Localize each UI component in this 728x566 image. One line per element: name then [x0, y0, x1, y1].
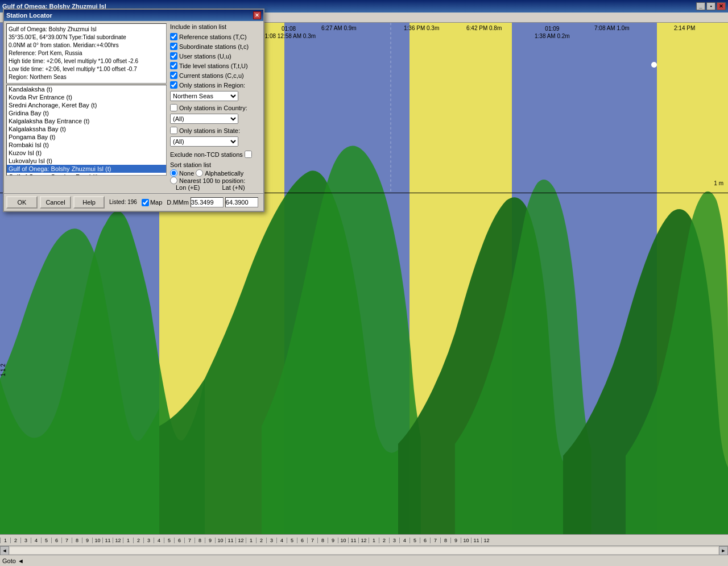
time-label-4: 6:42 PM 0.8m: [466, 25, 502, 31]
goto-label[interactable]: Goto ◄: [2, 557, 24, 564]
sort-none-row: None Alphabetically: [170, 169, 258, 177]
station-item[interactable]: Kuzov Isl (t): [7, 149, 166, 157]
sort-group: Sort station list None Alphabetically Ne…: [170, 161, 258, 191]
dmmm-label: D.MMm: [167, 199, 189, 206]
info-line7: Region: Northern Seas: [9, 73, 164, 81]
only-state-checkbox[interactable]: [170, 127, 177, 134]
sort-alpha-radio[interactable]: [196, 169, 203, 177]
axis-bar: 1 2 3 4 5 6 7 8 9 10 11 12 1 2 3 4 5 6 7…: [0, 534, 728, 546]
country-dropdown-row: (All): [170, 114, 258, 124]
station-list-container: Kandalaksha (t)Kovda Rvr Entrance (t)Sre…: [6, 85, 167, 176]
user-checkbox-row: User stations (U,u): [170, 52, 258, 60]
subordinate-checkbox-row: Subordinate stations (t,c): [170, 43, 258, 50]
dialog-body: Gulf of Omega: Bolshy Zhuzmui Isl 35°35.…: [4, 21, 263, 193]
map-checkbox[interactable]: [142, 199, 149, 206]
exclude-label: Exclude non-TCD stations: [170, 151, 243, 158]
station-item[interactable]: Gulf of Onega: Bolshy Zhuzmui Isl (t): [7, 165, 166, 173]
station-item[interactable]: Pongama Bay (t): [7, 133, 166, 141]
station-item[interactable]: Lukovalyu Isl (t): [7, 157, 166, 165]
only-country-label: Only stations in Country:: [179, 105, 247, 111]
subordinate-label: Subordinate stations (t,c): [179, 43, 249, 50]
listed-box: Listed: 196: [109, 198, 137, 206]
lon-input[interactable]: [191, 197, 224, 207]
state-dropdown[interactable]: (All): [170, 136, 238, 147]
scroll-track[interactable]: [10, 547, 718, 554]
sort-nearest-label: Nearest 100 to position:: [179, 177, 245, 184]
time-label-1: 01:08 01:08 12:58 AM 0.3m: [262, 25, 316, 40]
right-panel: Include in station list Reference statio…: [170, 23, 258, 191]
current-checkbox[interactable]: [170, 72, 177, 79]
sort-nearest-row: Nearest 100 to position:: [170, 177, 258, 184]
info-line2: 35°35.00′E, 64°39.00′N Type:Tidal subord…: [9, 34, 164, 41]
reference-checkbox[interactable]: [170, 33, 177, 40]
sort-alpha-label: Alphabetically: [205, 170, 243, 177]
user-label: User stations (U,u): [179, 53, 231, 60]
only-region-label: Only stations in Region:: [179, 82, 245, 89]
horizontal-scrollbar: ◄ ►: [0, 546, 728, 555]
map-checkbox-row: Map: [142, 199, 162, 206]
axis-numbers: 1 2 3 4 5 6 7 8 9 10 11 12 1 2 3 4 5 6 7…: [0, 538, 728, 543]
info-line1: Gulf of Omega: Bolshy Zhuzmui Isl: [9, 26, 164, 34]
only-state-label: Only stations in State:: [179, 127, 240, 134]
status-bar: Goto ◄: [0, 555, 728, 566]
minimize-button[interactable]: _: [696, 2, 705, 10]
station-item[interactable]: Sredni Anchorage, Keret Bay (t): [7, 101, 166, 109]
only-region-checkbox-row: Only stations in Region:: [170, 81, 258, 89]
station-item[interactable]: Kalgalaksha Bay Entrance (t): [7, 117, 166, 125]
sort-nearest-radio[interactable]: [170, 177, 177, 184]
ok-button[interactable]: OK: [6, 196, 38, 209]
country-dropdown[interactable]: (All): [170, 114, 238, 124]
tide-level-label: Tide level stations (T,t,U): [179, 63, 248, 69]
station-item[interactable]: Kovda Rvr Entrance (t): [7, 93, 166, 101]
left-axis-label: 1 1 2: [0, 364, 6, 376]
exclude-checkbox[interactable]: [245, 151, 252, 158]
tide-level-checkbox[interactable]: [170, 62, 177, 69]
current-time-marker: [651, 62, 657, 68]
dialog-close-button[interactable]: ✕: [253, 11, 261, 19]
subordinate-checkbox[interactable]: [170, 43, 177, 50]
region-dropdown-row: Northern Seas (All): [170, 91, 258, 101]
only-region-checkbox[interactable]: [170, 81, 177, 89]
station-item[interactable]: Kalgalakssha Bay (t): [7, 125, 166, 133]
station-locator-dialog: Station Locator ✕ Gulf of Omega: Bolshy …: [3, 9, 264, 212]
help-button[interactable]: Help: [73, 196, 105, 209]
tide-level-checkbox-row: Tide level stations (T,t,U): [170, 62, 258, 69]
cancel-button[interactable]: Cancel: [40, 196, 71, 209]
info-line4: Reference: Port Kem, Russia: [9, 49, 164, 57]
maximize-button[interactable]: ▪: [706, 2, 715, 10]
dialog-bottom: OK Cancel Help Listed: 196 Map D.MMm: [4, 193, 263, 211]
lat-input[interactable]: [225, 197, 258, 207]
station-item[interactable]: Gulf of Onega: Sorokas Road (t): [7, 173, 166, 175]
station-item[interactable]: Kandalaksha (t): [7, 85, 166, 93]
sort-none-radio[interactable]: [170, 169, 177, 177]
time-label-6: 7:08 AM 1.0m: [594, 25, 630, 31]
station-item[interactable]: Rombaki Isl (t): [7, 141, 166, 149]
station-info-box: Gulf of Omega: Bolshy Zhuzmui Isl 35°35.…: [6, 23, 167, 84]
sort-label: Sort station list: [170, 161, 258, 168]
user-checkbox[interactable]: [170, 52, 177, 60]
station-item[interactable]: Gridina Bay (t): [7, 109, 166, 117]
reference-label: Reference stations (T,C): [179, 34, 247, 40]
level-label: 1 m: [714, 180, 723, 186]
info-line3: 0.0NM at 0° from station. Meridian:+4:00…: [9, 41, 164, 49]
include-label: Include in station list: [170, 23, 258, 30]
scroll-right-button[interactable]: ►: [719, 546, 728, 555]
info-line6: Low tide time: +2:06, level multiply *1.…: [9, 65, 164, 73]
listed-label: Listed:: [109, 199, 126, 205]
nearest-coord-row: Lon (+E) Lat (+N): [170, 184, 258, 191]
exclude-row: Exclude non-TCD stations: [170, 151, 258, 158]
left-panel: Gulf of Omega: Bolshy Zhuzmui Isl 35°35.…: [6, 23, 167, 191]
time-label-2: 6:27 AM 0.9m: [321, 25, 357, 31]
info-line5: High tide time: +2:06, level multiply *1…: [9, 57, 164, 65]
close-button[interactable]: ✕: [717, 2, 726, 10]
coord-row: D.MMm: [167, 197, 258, 207]
scroll-left-button[interactable]: ◄: [0, 546, 9, 555]
map-label: Map: [150, 199, 162, 206]
title-bar-buttons: _ ▪ ✕: [696, 2, 726, 10]
current-checkbox-row: Current stations (C,c,u): [170, 72, 258, 79]
dialog-title-text: Station Locator: [6, 12, 52, 19]
station-list[interactable]: Kandalaksha (t)Kovda Rvr Entrance (t)Sre…: [7, 85, 166, 175]
state-dropdown-row: (All): [170, 136, 258, 147]
region-dropdown[interactable]: Northern Seas (All): [170, 91, 238, 101]
only-country-checkbox[interactable]: [170, 104, 177, 111]
